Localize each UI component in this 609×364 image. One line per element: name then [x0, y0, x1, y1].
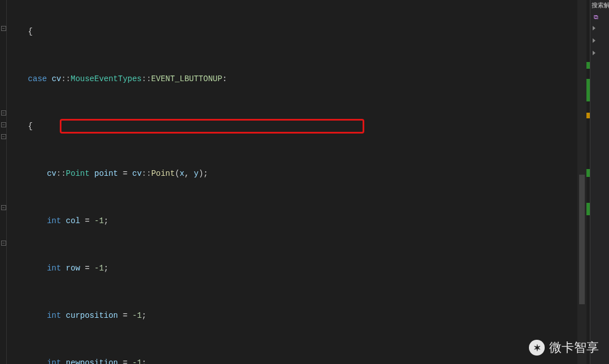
- code-line: int row = -1;: [9, 263, 577, 274]
- code-editor[interactable]: { case cv::MouseEventTypes::EVENT_LBUTTO…: [7, 0, 577, 364]
- vertical-scrollbar[interactable]: [577, 0, 586, 364]
- code-line: int col = -1;: [9, 215, 577, 227]
- editor-gutter: − − − − − −: [0, 0, 7, 364]
- expand-icon[interactable]: [593, 26, 595, 30]
- code-line: case cv::MouseEventTypes::EVENT_LBUTTONU…: [9, 73, 577, 85]
- fold-toggle[interactable]: −: [1, 205, 6, 210]
- code-line: {: [9, 26, 577, 38]
- fold-toggle[interactable]: −: [1, 122, 6, 127]
- expand-icon[interactable]: [593, 38, 595, 43]
- scrollbar-thumb[interactable]: [579, 175, 585, 304]
- code-line: int newposition = -1;: [9, 357, 577, 364]
- fold-toggle[interactable]: −: [1, 241, 6, 246]
- expand-icon[interactable]: [593, 51, 595, 55]
- fold-toggle[interactable]: −: [1, 110, 6, 116]
- code-line: cv::Point point = cv::Point(x, y);: [9, 168, 577, 180]
- code-line: {: [9, 121, 577, 132]
- fold-toggle[interactable]: −: [1, 26, 6, 31]
- side-panel: 搜索解 ⧉: [590, 0, 609, 364]
- fold-toggle[interactable]: −: [1, 134, 6, 139]
- search-panel-label: 搜索解: [592, 1, 609, 10]
- solution-explorer-icon[interactable]: ⧉: [594, 14, 605, 21]
- code-line: int curposition = -1;: [9, 310, 577, 322]
